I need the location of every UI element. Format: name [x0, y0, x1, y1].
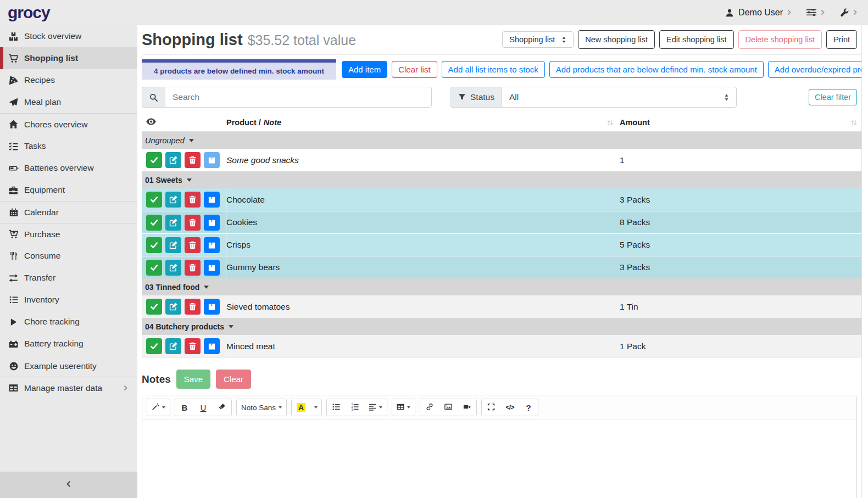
- add-all-to-stock-button[interactable]: Add all list items to stock: [442, 61, 545, 78]
- toolbox-icon: [8, 186, 19, 195]
- save-notes-button[interactable]: Save: [176, 370, 210, 389]
- row-add-to-stock-button[interactable]: [204, 237, 220, 253]
- row-done-button[interactable]: [146, 237, 162, 253]
- group-header-sweets[interactable]: 01 Sweets: [142, 171, 861, 188]
- sidebar-item-chores-overview[interactable]: Chores overview: [0, 113, 137, 135]
- row-delete-button[interactable]: [185, 152, 201, 168]
- group-header-butchery-products[interactable]: 04 Butchery products: [142, 318, 861, 335]
- search-prepend: [142, 87, 165, 108]
- sort-icon: [607, 119, 613, 126]
- caret-down-icon: [407, 406, 410, 409]
- caret-down-icon: [279, 406, 282, 409]
- sidebar-item-stock-overview[interactable]: Stock overview: [0, 25, 137, 47]
- row-edit-button[interactable]: [165, 152, 181, 168]
- row-add-to-stock-button[interactable]: [204, 152, 220, 168]
- row-done-button[interactable]: [146, 215, 162, 231]
- row-delete-button[interactable]: [185, 338, 201, 354]
- status-select[interactable]: All: [502, 87, 737, 108]
- shopping-list-select[interactable]: Shopping list: [502, 31, 574, 48]
- underline-button[interactable]: U: [194, 399, 213, 416]
- new-shopping-list-button[interactable]: New shopping list: [578, 30, 655, 49]
- unordered-list-button[interactable]: [327, 399, 346, 416]
- page-header: Shopping list$35.52 total value Shopping…: [142, 25, 861, 55]
- row-add-to-stock-button[interactable]: [204, 215, 220, 231]
- notes-editor-area[interactable]: [142, 420, 856, 498]
- sidebar-item-example-userentity[interactable]: Example userentity: [0, 355, 137, 377]
- sidebar-item-calendar[interactable]: Calendar: [0, 201, 137, 223]
- codeview-button[interactable]: </>: [500, 399, 519, 416]
- row-delete-button[interactable]: [185, 215, 201, 231]
- add-item-button[interactable]: Add item: [342, 61, 387, 78]
- sidebar-item-recipes[interactable]: Recipes: [0, 69, 137, 91]
- row-delete-button[interactable]: [185, 192, 201, 208]
- row-done-button[interactable]: [146, 299, 162, 315]
- add-below-min-stock-button[interactable]: Add products that are below defined min.…: [549, 61, 764, 78]
- print-button[interactable]: Print: [826, 30, 857, 49]
- user-menu[interactable]: Demo User: [725, 8, 791, 18]
- group-header-tinned-food[interactable]: 03 Tinned food: [142, 278, 861, 295]
- clear-notes-button[interactable]: Clear: [216, 370, 251, 389]
- row-edit-button[interactable]: [165, 338, 181, 354]
- admin-menu[interactable]: [840, 8, 857, 17]
- sidebar-item-inventory[interactable]: Inventory: [0, 289, 137, 311]
- sidebar-item-consume[interactable]: Consume: [0, 245, 137, 267]
- product-cell: Gummy bears: [226, 262, 620, 272]
- amount-column-header[interactable]: Amount: [620, 118, 861, 127]
- grocy-logo[interactable]: grocy: [8, 3, 50, 22]
- eraser-button[interactable]: [213, 399, 231, 416]
- sidebar-item-tasks[interactable]: Tasks: [0, 135, 137, 157]
- delete-shopping-list-button[interactable]: Delete shopping list: [738, 30, 822, 49]
- row-delete-button[interactable]: [185, 299, 201, 315]
- scrollbar-track[interactable]: [861, 25, 868, 498]
- sidebar-item-transfer[interactable]: Transfer: [0, 267, 137, 289]
- clear-list-button[interactable]: Clear list: [392, 61, 437, 78]
- amount-cell: 1 Pack: [620, 342, 861, 351]
- row-add-to-stock-button[interactable]: [204, 260, 220, 276]
- row-edit-button[interactable]: [165, 192, 181, 208]
- color-dropdown-button[interactable]: [310, 399, 321, 416]
- search-input[interactable]: [165, 87, 432, 108]
- help-button[interactable]: ?: [519, 399, 538, 416]
- edit-shopping-list-button[interactable]: Edit shopping list: [659, 30, 734, 49]
- row-edit-button[interactable]: [165, 260, 181, 276]
- row-done-button[interactable]: [146, 152, 162, 168]
- bold-button[interactable]: B: [175, 399, 194, 416]
- sidebar-item-equipment[interactable]: Equipment: [0, 179, 137, 201]
- sidebar-item-chore-tracking[interactable]: Chore tracking: [0, 311, 137, 333]
- picture-button[interactable]: [439, 399, 458, 416]
- row-done-button[interactable]: [146, 260, 162, 276]
- fullscreen-button[interactable]: [482, 399, 500, 416]
- magic-style-button[interactable]: [147, 399, 170, 416]
- sidebar-item-purchase[interactable]: Purchase: [0, 223, 137, 245]
- min-stock-alert[interactable]: 4 products are below defined min. stock …: [142, 59, 336, 80]
- link-button[interactable]: [420, 399, 439, 416]
- insert-table-button[interactable]: [392, 399, 415, 416]
- sidebar-collapse-button[interactable]: [0, 472, 137, 498]
- sidebar-item-batteries-overview[interactable]: Batteries overview: [0, 157, 137, 179]
- row-edit-button[interactable]: [165, 215, 181, 231]
- row-add-to-stock-button[interactable]: [204, 338, 220, 354]
- sidebar-item-shopping-list[interactable]: Shopping list: [0, 47, 137, 69]
- row-done-button[interactable]: [146, 192, 162, 208]
- ordered-list-button[interactable]: 123: [346, 399, 364, 416]
- add-overdue-button[interactable]: Add overdue/expired products: [768, 61, 868, 78]
- row-add-to-stock-button[interactable]: [204, 299, 220, 315]
- sidebar-item-meal-plan[interactable]: Meal plan: [0, 91, 137, 113]
- font-color-button[interactable]: A: [292, 399, 310, 416]
- row-add-to-stock-button[interactable]: [204, 192, 220, 208]
- sidebar-item-battery-tracking[interactable]: Battery tracking: [0, 333, 137, 355]
- sidebar-item-manage-master-data[interactable]: Manage master data: [0, 377, 137, 399]
- column-visibility-button[interactable]: [142, 114, 226, 131]
- row-delete-button[interactable]: [185, 237, 201, 253]
- settings-menu[interactable]: [806, 8, 825, 16]
- clear-filter-button[interactable]: Clear filter: [809, 89, 857, 105]
- row-delete-button[interactable]: [185, 260, 201, 276]
- product-column-header[interactable]: Product / Note: [226, 118, 620, 127]
- fontname-button[interactable]: Noto Sans: [237, 399, 286, 416]
- video-button[interactable]: [458, 399, 476, 416]
- row-edit-button[interactable]: [165, 299, 181, 315]
- row-done-button[interactable]: [146, 338, 162, 354]
- row-edit-button[interactable]: [165, 237, 181, 253]
- group-header-ungrouped[interactable]: Ungrouped: [142, 132, 861, 149]
- paragraph-align-button[interactable]: [364, 399, 387, 416]
